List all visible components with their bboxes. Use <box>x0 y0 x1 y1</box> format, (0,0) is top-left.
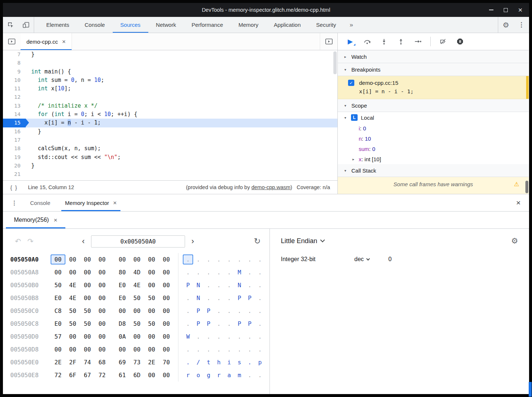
ascii-char[interactable]: . <box>245 332 255 342</box>
hex-byte[interactable]: 4D <box>130 267 144 277</box>
panel-tab-performance[interactable]: Performance <box>184 17 231 33</box>
hex-byte[interactable]: D8 <box>115 319 130 329</box>
ascii-char[interactable]: . <box>183 267 193 277</box>
undo-icon[interactable]: ↶ <box>12 237 24 246</box>
hex-byte[interactable]: 4E <box>130 280 144 290</box>
hex-byte[interactable]: 72 <box>95 370 109 380</box>
line-number[interactable]: 15 <box>3 119 26 127</box>
ascii-char[interactable]: . <box>255 280 265 290</box>
hex-byte[interactable]: 73 <box>130 357 144 367</box>
close-memory-tab-icon[interactable]: × <box>54 217 57 223</box>
hex-byte[interactable]: 00 <box>115 344 130 354</box>
hex-byte[interactable]: 50 <box>80 319 95 329</box>
hex-byte[interactable]: E0 <box>115 293 130 303</box>
hex-byte[interactable]: 00 <box>144 370 159 380</box>
breakpoints-section-header[interactable]: ▾ Breakpoints <box>338 63 529 76</box>
toggle-navigator-button[interactable] <box>3 33 21 50</box>
hex-byte[interactable]: 00 <box>159 267 174 277</box>
hex-byte[interactable]: 50 <box>144 319 159 329</box>
ascii-char[interactable]: . <box>214 267 224 277</box>
hex-byte[interactable]: 00 <box>130 344 144 354</box>
hex-byte[interactable]: 00 <box>95 306 109 316</box>
hex-byte[interactable]: 00 <box>51 255 65 264</box>
ascii-char[interactable]: . <box>255 255 265 264</box>
value-format-select[interactable]: dec <box>354 256 369 263</box>
scope-variable[interactable]: n: 10 <box>338 133 529 144</box>
ascii-char[interactable]: a <box>224 370 234 380</box>
watch-section-header[interactable]: ▸ Watch <box>338 50 529 63</box>
hex-byte[interactable]: 50 <box>144 293 159 303</box>
ascii-char[interactable]: . <box>255 332 265 342</box>
ascii-char[interactable]: . <box>193 267 203 277</box>
breakpoint-entry[interactable]: ✓ demo-cpp.cc:15 x[i] = n - i - 1; <box>338 76 529 99</box>
ascii-char[interactable]: t <box>203 357 214 367</box>
hex-byte[interactable]: 50 <box>51 280 65 290</box>
ascii-char[interactable]: . <box>183 255 193 264</box>
hex-byte[interactable]: 50 <box>80 306 95 316</box>
ascii-char[interactable]: . <box>203 344 214 354</box>
ascii-char[interactable]: . <box>193 332 203 342</box>
hex-byte[interactable]: 00 <box>159 319 174 329</box>
ascii-char[interactable]: . <box>255 267 265 277</box>
ascii-char[interactable]: P <box>203 319 214 329</box>
panel-tab-application[interactable]: Application <box>266 17 308 33</box>
ascii-char[interactable]: . <box>203 255 214 264</box>
ascii-char[interactable]: P <box>245 293 255 303</box>
ascii-char[interactable]: . <box>214 344 224 354</box>
hex-byte[interactable]: 74 <box>80 357 95 367</box>
hex-byte[interactable]: 00 <box>95 344 109 354</box>
hex-byte[interactable]: 00 <box>159 280 174 290</box>
inspect-element-button[interactable] <box>3 17 18 33</box>
hex-byte[interactable]: 00 <box>130 255 144 264</box>
ascii-char[interactable]: . <box>183 357 193 367</box>
hex-byte[interactable]: 70 <box>159 357 174 367</box>
pause-on-exceptions-button[interactable] <box>453 36 467 47</box>
ascii-char[interactable]: M <box>234 267 245 277</box>
ascii-char[interactable]: . <box>255 319 265 329</box>
ascii-char[interactable]: i <box>224 357 234 367</box>
hex-byte[interactable]: 00 <box>95 293 109 303</box>
hex-byte[interactable]: 72 <box>51 370 65 380</box>
hex-byte[interactable]: 00 <box>144 306 159 316</box>
line-number[interactable]: 11 <box>3 84 26 93</box>
hex-byte[interactable]: 67 <box>80 370 95 380</box>
ascii-char[interactable]: . <box>214 306 224 316</box>
ascii-char[interactable]: . <box>245 267 255 277</box>
editor-scrollbar-thumb[interactable] <box>333 51 337 74</box>
hex-byte[interactable]: 00 <box>95 267 109 277</box>
line-number[interactable]: 12 <box>3 93 26 101</box>
scope-variable[interactable]: sum: 0 <box>338 144 529 154</box>
redo-icon[interactable]: ↷ <box>24 237 37 246</box>
drawer-tab-console[interactable]: Console <box>23 194 58 211</box>
refresh-icon[interactable]: ↻ <box>254 237 261 245</box>
step-over-button[interactable] <box>360 36 374 47</box>
ascii-char[interactable]: . <box>234 306 245 316</box>
ascii-char[interactable]: r <box>183 370 193 380</box>
scope-local-group[interactable]: ▾ L Local <box>338 112 529 123</box>
value-settings-gear-icon[interactable]: ⚙ <box>511 237 518 245</box>
ascii-char[interactable]: . <box>245 255 255 264</box>
ascii-char[interactable]: P <box>183 280 193 290</box>
panel-tab-memory[interactable]: Memory <box>231 17 266 33</box>
ascii-char[interactable]: p <box>255 357 265 367</box>
ascii-char[interactable]: . <box>245 357 255 367</box>
line-number[interactable]: 16 <box>3 127 26 136</box>
settings-gear-icon[interactable]: ⚙ <box>498 17 514 33</box>
step-button[interactable] <box>410 36 425 47</box>
debug-info-link[interactable]: demo-cpp.wasm <box>251 184 290 190</box>
line-number[interactable]: 19 <box>3 153 26 162</box>
ascii-char[interactable]: N <box>193 280 203 290</box>
ascii-char[interactable]: . <box>203 293 214 303</box>
ascii-char[interactable]: . <box>183 319 193 329</box>
ascii-char[interactable]: . <box>255 344 265 354</box>
hex-byte[interactable]: 00 <box>51 267 65 277</box>
ascii-char[interactable]: . <box>234 344 245 354</box>
ascii-char[interactable]: . <box>214 319 224 329</box>
resume-button[interactable]: ▶ <box>343 36 358 47</box>
call-stack-section-header[interactable]: ▾ Call Stack <box>338 164 529 177</box>
ascii-char[interactable]: . <box>183 293 193 303</box>
next-page-icon[interactable]: › <box>189 237 196 245</box>
sidebar-scrollbar-thumb[interactable] <box>525 181 528 193</box>
address-input[interactable] <box>91 235 185 248</box>
hex-byte[interactable]: E0 <box>51 293 65 303</box>
